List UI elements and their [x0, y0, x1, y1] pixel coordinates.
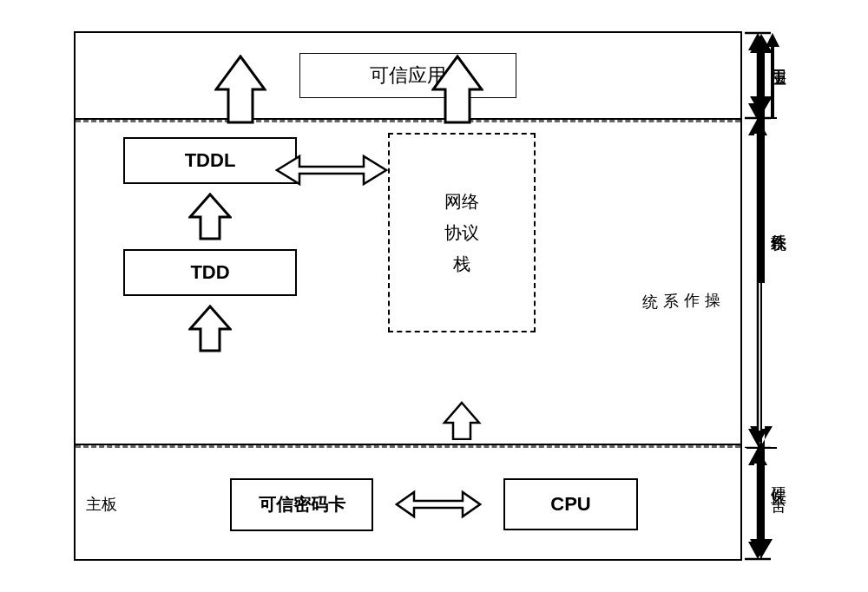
crypto-card-box: 可信密码卡 — [230, 478, 373, 531]
layer-hardware: 主板 可信密码卡 CPU — [76, 450, 740, 559]
arrow-up-right — [431, 55, 483, 124]
svg-marker-1 — [433, 56, 482, 122]
right-arrow-section-2 — [745, 116, 771, 448]
net-stack-box: 网络 协议 栈 — [388, 133, 536, 332]
svg-marker-4 — [277, 156, 386, 184]
right-arrow-section-1 — [745, 31, 771, 122]
arrow-bidirectional-tddl-net — [275, 153, 388, 187]
layer-os: TDDL TDD — [76, 120, 740, 445]
arrow-up-tdd-to-tddl — [188, 193, 232, 240]
arrow-bidirectional-crypto-cpu — [395, 487, 482, 522]
board-label: 主板 — [86, 494, 117, 515]
cpu-box: CPU — [503, 478, 638, 530]
arrow-up-hw-to-net — [440, 401, 483, 440]
layer-trusted-app: 可信应用 — [76, 33, 740, 120]
svg-marker-27 — [748, 542, 767, 559]
svg-marker-6 — [397, 492, 480, 516]
svg-marker-0 — [216, 56, 265, 122]
right-arrow-section-3 — [745, 446, 771, 561]
os-vertical-label: 操作系统 — [640, 280, 723, 284]
tdd-box: TDD — [123, 249, 297, 296]
tddl-box: TDDL — [123, 137, 297, 184]
svg-marker-3 — [190, 306, 230, 351]
svg-marker-22 — [748, 118, 767, 135]
trusted-app-box: 可信应用 — [299, 53, 516, 98]
svg-marker-5 — [444, 403, 479, 439]
svg-marker-23 — [748, 429, 767, 446]
svg-marker-26 — [748, 448, 767, 465]
arrow-up-hw-to-tdd — [188, 305, 232, 352]
svg-marker-2 — [190, 194, 230, 239]
svg-marker-17 — [748, 33, 767, 50]
arrow-up-left — [214, 55, 266, 124]
